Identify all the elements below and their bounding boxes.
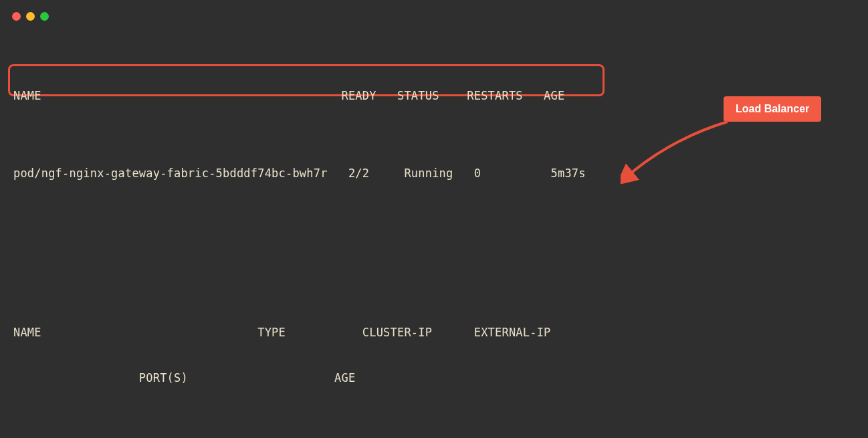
col-ready: READY — [341, 89, 376, 102]
close-icon[interactable] — [12, 12, 21, 21]
services-header-2: PORT(S) AGE — [13, 366, 855, 389]
cell-pod-ready: 2/2 — [348, 167, 369, 180]
col-age: AGE — [334, 371, 355, 385]
terminal-output: NAME READY STATUS RESTARTS AGE pod/ngf-n… — [13, 39, 855, 438]
col-status: STATUS — [397, 89, 439, 102]
cell-pod-age: 5m37s — [551, 167, 586, 180]
col-type: TYPE — [257, 326, 286, 339]
pods-header: NAME READY STATUS RESTARTS AGE — [13, 84, 855, 107]
services-header-1: NAME TYPE CLUSTER-IP EXTERNAL-IP — [13, 321, 855, 344]
cell-pod-restarts: 0 — [474, 167, 481, 180]
cell-pod-name: pod/ngf-nginx-gateway-fabric-5bdddf74bc-… — [13, 167, 328, 180]
cell-pod-status: Running — [404, 167, 453, 180]
col-age: AGE — [544, 89, 564, 102]
col-clusterip: CLUSTER-IP — [362, 326, 432, 339]
window-controls — [12, 12, 49, 21]
col-restarts: RESTARTS — [467, 89, 522, 102]
col-name: NAME — [13, 326, 41, 339]
col-externalip: EXTERNAL-IP — [474, 326, 551, 339]
col-ports: PORT(S) — [139, 371, 188, 385]
minimize-icon[interactable] — [26, 12, 35, 21]
zoom-icon[interactable] — [40, 12, 49, 21]
col-name: NAME — [13, 89, 41, 102]
pods-row: pod/ngf-nginx-gateway-fabric-5bdddf74bc-… — [13, 162, 855, 185]
